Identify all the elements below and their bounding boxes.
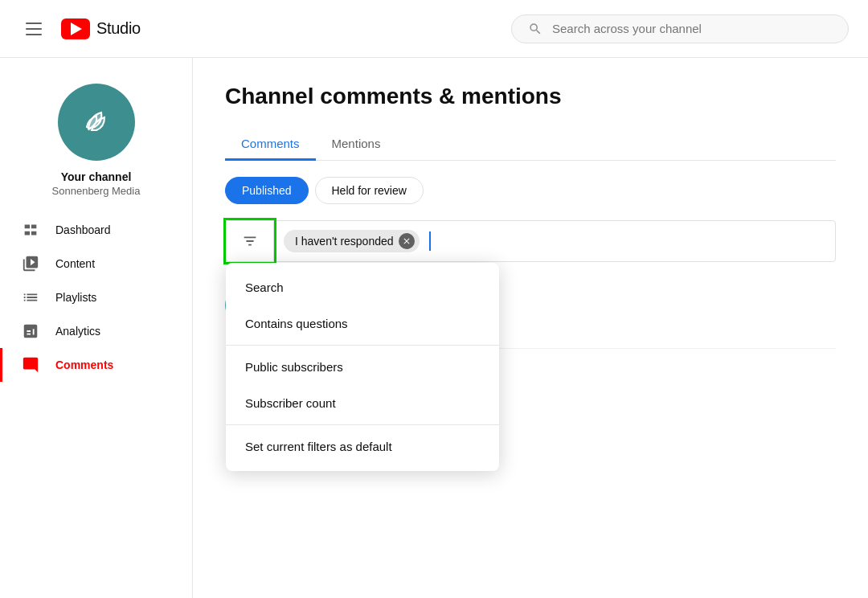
text-cursor	[429, 231, 431, 251]
close-icon	[402, 236, 411, 246]
sidebar-item-analytics[interactable]: Analytics	[0, 314, 192, 348]
channel-sub-label: Sonnenberg Media	[52, 185, 141, 197]
analytics-label: Analytics	[55, 325, 100, 338]
analytics-icon	[22, 322, 39, 340]
tab-comments[interactable]: Comments	[225, 129, 316, 161]
dropdown-item-contains-questions[interactable]: Contains questions	[226, 305, 499, 342]
page-title: Channel comments & mentions	[225, 84, 836, 109]
dropdown-divider-1	[226, 345, 499, 346]
filter-lines-icon	[241, 232, 259, 250]
comments-icon	[22, 356, 39, 374]
content-icon	[22, 255, 39, 272]
comments-label: Comments	[55, 358, 113, 371]
dropdown-divider-2	[226, 424, 499, 425]
playlists-icon	[22, 289, 39, 306]
filter-tag-text: I haven't responded	[295, 235, 394, 248]
youtube-logo	[61, 18, 90, 39]
channel-name-label: Your channel	[61, 170, 132, 183]
hamburger-menu-button[interactable]	[19, 16, 48, 42]
filter-tag-close-button[interactable]	[399, 233, 415, 249]
dropdown-item-search[interactable]: Search	[226, 269, 499, 305]
play-icon	[71, 23, 82, 35]
sidebar-item-dashboard[interactable]: Dashboard	[0, 213, 192, 247]
main-layout: Your channel Sonnenberg Media Dashboard …	[0, 58, 868, 598]
dropdown-item-set-default[interactable]: Set current filters as default	[226, 428, 499, 465]
app-header: Studio	[0, 0, 868, 58]
main-content: Channel comments & mentions Comments Men…	[193, 58, 868, 598]
avatar	[58, 84, 135, 161]
sidebar-item-playlists[interactable]: Playlists	[0, 281, 192, 314]
sidebar: Your channel Sonnenberg Media Dashboard …	[0, 58, 193, 598]
header-left: Studio	[19, 16, 141, 42]
dropdown-item-public-subscribers[interactable]: Public subscribers	[226, 349, 499, 385]
dashboard-icon	[22, 221, 39, 239]
content-label: Content	[55, 257, 95, 270]
dropdown-item-subscriber-count[interactable]: Subscriber count	[226, 385, 499, 421]
avatar-icon	[72, 98, 121, 146]
filter-bar: I haven't responded Search Contains ques…	[225, 220, 836, 262]
filter-dropdown-menu: Search Contains questions Public subscri…	[226, 263, 499, 471]
filter-pill-published[interactable]: Published	[225, 177, 309, 204]
channel-profile: Your channel Sonnenberg Media	[0, 71, 192, 213]
filter-tag-responded: I haven't responded	[284, 230, 420, 252]
logo-area: Studio	[61, 18, 141, 39]
filter-pills: Published Held for review	[225, 177, 836, 204]
search-icon	[528, 22, 542, 36]
tab-mentions[interactable]: Mentions	[316, 129, 397, 161]
dashboard-label: Dashboard	[55, 223, 111, 236]
sidebar-item-content[interactable]: Content	[0, 247, 192, 281]
playlists-label: Playlists	[55, 291, 96, 304]
filter-button[interactable]	[226, 220, 274, 262]
tabs-bar: Comments Mentions	[225, 129, 836, 161]
studio-label: Studio	[96, 19, 141, 38]
filter-pill-held[interactable]: Held for review	[315, 177, 424, 204]
search-bar[interactable]	[511, 14, 849, 43]
sidebar-item-comments[interactable]: Comments	[0, 348, 192, 382]
search-input[interactable]	[552, 22, 832, 35]
